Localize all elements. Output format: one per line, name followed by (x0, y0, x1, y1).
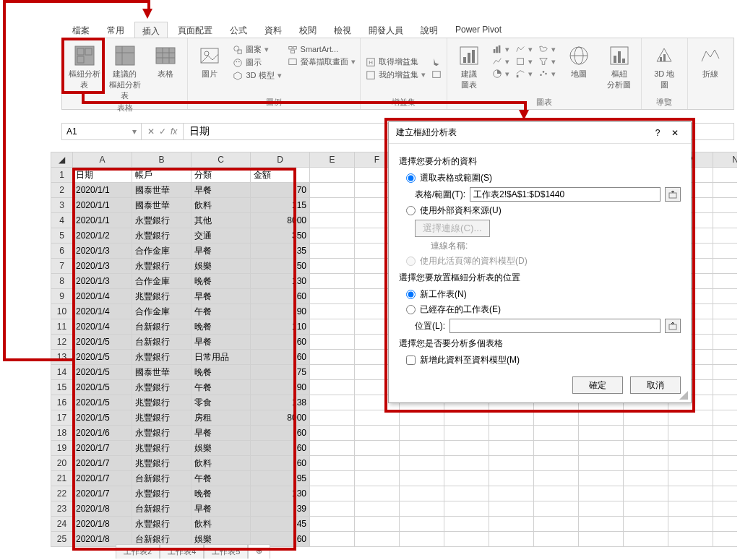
grid-cell[interactable]: 國泰世華 (132, 198, 192, 213)
grid-cell[interactable] (310, 486, 355, 501)
grid-cell[interactable] (310, 228, 355, 244)
grid-cell[interactable]: 2020/1/8 (73, 501, 132, 517)
grid-cell[interactable] (579, 532, 624, 547)
grid-cell[interactable] (310, 532, 355, 547)
grid-cell[interactable] (713, 380, 738, 395)
range-picker-button[interactable] (665, 187, 681, 202)
grid-cell[interactable] (713, 395, 738, 410)
grid-cell[interactable]: 國泰世華 (132, 365, 192, 380)
grid-cell[interactable] (624, 517, 668, 532)
grid-cell[interactable] (579, 410, 624, 426)
grid-cell[interactable]: 2020/1/5 (73, 380, 132, 395)
radio-select-range[interactable] (406, 173, 416, 183)
sheet-tab[interactable]: 工作表2 (116, 544, 160, 559)
recommended-chart-button[interactable]: 建議 圖表 (450, 41, 488, 95)
column-header[interactable]: E (310, 152, 355, 168)
grid-cell[interactable]: 130 (251, 486, 310, 501)
grid-cell[interactable] (668, 532, 713, 547)
grid-cell[interactable] (624, 501, 668, 517)
grid-cell[interactable]: 350 (251, 228, 310, 244)
grid-cell[interactable] (668, 410, 713, 426)
grid-cell[interactable]: 晚餐 (192, 486, 251, 501)
grid-cell[interactable]: 90 (251, 380, 310, 395)
grid-cell[interactable]: 2020/1/1 (73, 183, 132, 198)
grid-cell[interactable] (400, 426, 444, 441)
grid-cell[interactable]: 金額 (251, 168, 310, 183)
grid-cell[interactable] (668, 426, 713, 441)
grid-cell[interactable] (310, 304, 355, 319)
grid-cell[interactable] (489, 532, 534, 547)
screenshot-button[interactable]: 螢幕擷取畫面▾ (288, 56, 356, 67)
grid-cell[interactable] (579, 441, 624, 456)
grid-cell[interactable] (713, 532, 738, 547)
grid-cell[interactable]: 75 (251, 365, 310, 380)
grid-cell[interactable]: 2020/1/7 (73, 471, 132, 486)
resize-grip[interactable] (679, 391, 688, 400)
row-header[interactable]: 13 (51, 350, 73, 365)
chart-type-1[interactable]: ▾ (492, 44, 509, 54)
grid-cell[interactable] (624, 426, 668, 441)
grid-cell[interactable]: 60 (251, 441, 310, 456)
grid-cell[interactable] (310, 213, 355, 228)
map-button[interactable]: 地圖 (560, 41, 598, 95)
row-header[interactable]: 19 (51, 441, 73, 456)
grid-cell[interactable]: 2020/1/5 (73, 350, 132, 365)
grid-cell[interactable]: 日常用品 (192, 350, 251, 365)
row-header[interactable]: 20 (51, 456, 73, 471)
row-header[interactable]: 16 (51, 395, 73, 410)
grid-cell[interactable] (310, 441, 355, 456)
grid-cell[interactable]: 2020/1/4 (73, 289, 132, 304)
grid-cell[interactable] (713, 335, 738, 350)
row-header[interactable]: 6 (51, 244, 73, 259)
grid-cell[interactable] (355, 441, 400, 456)
grid-cell[interactable] (444, 456, 489, 471)
grid-cell[interactable] (579, 517, 624, 532)
grid-cell[interactable]: 午餐 (192, 304, 251, 319)
grid-cell[interactable] (310, 426, 355, 441)
row-header[interactable]: 10 (51, 304, 73, 319)
grid-cell[interactable]: 早餐 (192, 335, 251, 350)
checkbox-add-model[interactable] (406, 356, 416, 365)
grid-cell[interactable]: 110 (251, 319, 310, 335)
grid-cell[interactable] (534, 532, 579, 547)
grid-cell[interactable] (310, 365, 355, 380)
radio-external[interactable] (406, 206, 416, 215)
row-header[interactable]: 22 (51, 486, 73, 501)
grid-cell[interactable] (355, 501, 400, 517)
grid-cell[interactable] (355, 471, 400, 486)
radio-existing-sheet[interactable] (406, 305, 416, 314)
grid-cell[interactable]: 2020/1/3 (73, 259, 132, 274)
grid-cell[interactable]: 早餐 (192, 289, 251, 304)
grid-cell[interactable]: 8000 (251, 410, 310, 426)
chart-type-5[interactable]: ▾ (515, 56, 533, 66)
grid-cell[interactable]: 分類 (192, 168, 251, 183)
grid-cell[interactable] (489, 426, 534, 441)
grid-cell[interactable]: 午餐 (192, 471, 251, 486)
chart-type-8[interactable]: ▾ (538, 56, 556, 66)
grid-cell[interactable] (355, 517, 400, 532)
pivot-table-button[interactable]: 樞紐分析表 (66, 41, 103, 101)
grid-cell[interactable] (534, 517, 579, 532)
grid-cell[interactable] (713, 304, 738, 319)
grid-cell[interactable]: 飲料 (192, 517, 251, 532)
grid-cell[interactable] (624, 532, 668, 547)
grid-cell[interactable] (489, 441, 534, 456)
grid-cell[interactable] (310, 410, 355, 426)
cancel-button[interactable]: 取消 (630, 376, 681, 394)
location-input[interactable] (449, 319, 661, 333)
grid-cell[interactable] (444, 532, 489, 547)
grid-cell[interactable] (668, 517, 713, 532)
grid-cell[interactable]: 台新銀行 (132, 319, 192, 335)
grid-cell[interactable]: 2020/1/4 (73, 319, 132, 335)
grid-cell[interactable]: 兆豐銀行 (132, 441, 192, 456)
grid-cell[interactable]: 130 (251, 274, 310, 289)
grid-cell[interactable]: 合作金庫 (132, 244, 192, 259)
close-button[interactable]: ✕ (666, 128, 684, 138)
grid-cell[interactable]: 日期 (73, 168, 132, 183)
grid-cell[interactable]: 台新銀行 (132, 471, 192, 486)
radio-new-sheet[interactable] (406, 290, 416, 299)
recommended-pivot-button[interactable]: 建議的 樞紐分析表 (106, 41, 144, 101)
grid-cell[interactable]: 永豐銀行 (132, 228, 192, 244)
grid-cell[interactable]: 2020/1/5 (73, 395, 132, 410)
grid-cell[interactable]: 2020/1/5 (73, 365, 132, 380)
